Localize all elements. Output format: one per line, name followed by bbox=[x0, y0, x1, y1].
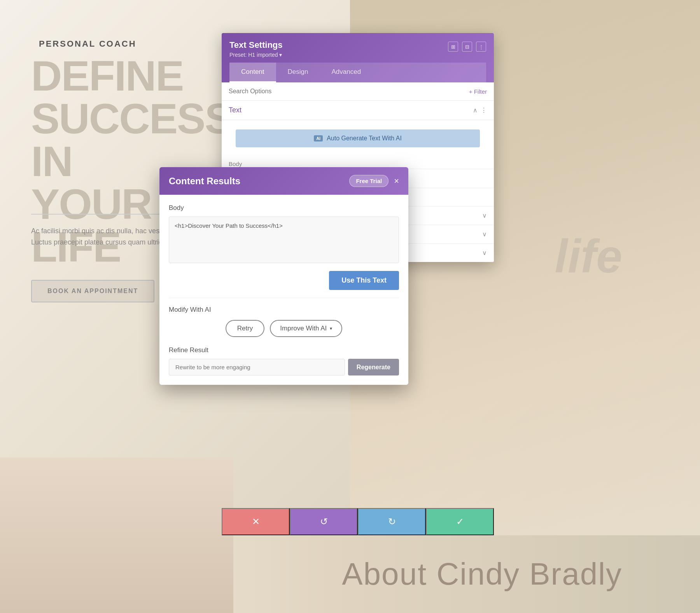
undo-button[interactable]: ↺ bbox=[290, 508, 358, 535]
modal-body-label: Body bbox=[169, 204, 399, 212]
options-icon[interactable]: ⋮ bbox=[481, 107, 487, 114]
panel-preset[interactable]: Preset: H1 imported ▾ bbox=[229, 52, 283, 58]
refine-row: Regenerate bbox=[169, 359, 399, 375]
personal-coach-label: PERSONAL COACH bbox=[39, 39, 136, 49]
ai-generate-button[interactable]: AI Auto Generate Text With AI bbox=[236, 129, 480, 147]
face-image-area bbox=[0, 458, 233, 613]
panel-header: Text Settings Preset: H1 imported ▾ ⊞ ⊟ … bbox=[222, 33, 494, 82]
about-title: About Cindy Bradly bbox=[342, 556, 622, 592]
modal-header-right: Free Trial × bbox=[349, 175, 399, 187]
confirm-button[interactable]: ✓ bbox=[426, 508, 494, 535]
text-section-icons: ∧ ⋮ bbox=[473, 107, 487, 114]
modify-buttons: Retry Improve With AI ▾ bbox=[169, 320, 399, 337]
text-section-row: Text ∧ ⋮ bbox=[222, 101, 494, 120]
close-icon[interactable]: × bbox=[394, 176, 399, 186]
improve-chevron-icon: ▾ bbox=[330, 326, 332, 331]
life-text-overlay: life bbox=[555, 229, 622, 283]
redo-button[interactable]: ↻ bbox=[358, 508, 426, 535]
heading-line1: DEFINE bbox=[31, 52, 183, 100]
body-textarea[interactable] bbox=[169, 217, 399, 263]
cancel-icon: ✕ bbox=[252, 516, 260, 527]
panel-icon-more[interactable]: ⋮ bbox=[476, 42, 486, 52]
refine-input[interactable] bbox=[169, 359, 345, 375]
ai-badge: AI bbox=[314, 135, 323, 141]
chevron-down-icon-1[interactable]: ∨ bbox=[482, 212, 487, 219]
improve-with-ai-button[interactable]: Improve With AI ▾ bbox=[270, 320, 342, 337]
modify-label: Modify With AI bbox=[169, 306, 399, 314]
tab-design[interactable]: Design bbox=[276, 63, 320, 82]
chevron-up-icon[interactable]: ∧ bbox=[473, 107, 478, 114]
regenerate-button[interactable]: Regenerate bbox=[348, 359, 399, 375]
modal-title: Content Results bbox=[169, 176, 240, 187]
free-trial-badge[interactable]: Free Trial bbox=[349, 175, 388, 187]
modal-header: Content Results Free Trial × bbox=[159, 167, 408, 195]
cancel-button[interactable]: ✕ bbox=[222, 508, 290, 535]
use-this-text-button[interactable]: Use This Text bbox=[329, 271, 399, 290]
book-appointment-button[interactable]: BOOK AN APPOINTMENT bbox=[31, 280, 154, 302]
modal-divider bbox=[169, 298, 399, 298]
content-results-modal: Content Results Free Trial × Body Use Th… bbox=[159, 167, 408, 385]
ai-generate-label: Auto Generate Text With AI bbox=[327, 135, 402, 142]
chevron-down-icon-2[interactable]: ∨ bbox=[482, 231, 487, 238]
search-bar: + Filter bbox=[222, 82, 494, 101]
tab-content[interactable]: Content bbox=[229, 63, 276, 82]
improve-label: Improve With AI bbox=[280, 325, 327, 332]
undo-icon: ↺ bbox=[320, 516, 328, 527]
panel-icon-expand[interactable]: ⊞ bbox=[448, 42, 458, 52]
retry-button[interactable]: Retry bbox=[226, 320, 265, 337]
panel-icon-columns[interactable]: ⊟ bbox=[462, 42, 472, 52]
modify-section: Modify With AI Retry Improve With AI ▾ bbox=[169, 306, 399, 337]
refine-label: Refine Result bbox=[169, 346, 399, 354]
tab-advanced[interactable]: Advanced bbox=[320, 63, 373, 82]
panel-title: Text Settings bbox=[229, 40, 283, 50]
filter-button[interactable]: + Filter bbox=[469, 88, 487, 95]
text-section-label: Text bbox=[229, 106, 242, 114]
redo-icon: ↻ bbox=[388, 516, 396, 527]
search-input[interactable] bbox=[229, 88, 469, 95]
bottom-action-bar: ✕ ↺ ↻ ✓ bbox=[222, 508, 494, 535]
panel-tabs: Content Design Advanced bbox=[229, 63, 486, 82]
confirm-icon: ✓ bbox=[456, 516, 464, 527]
modal-body: Body Use This Text Modify With AI Retry … bbox=[159, 195, 408, 385]
chevron-down-icon-3[interactable]: ∨ bbox=[482, 249, 487, 257]
